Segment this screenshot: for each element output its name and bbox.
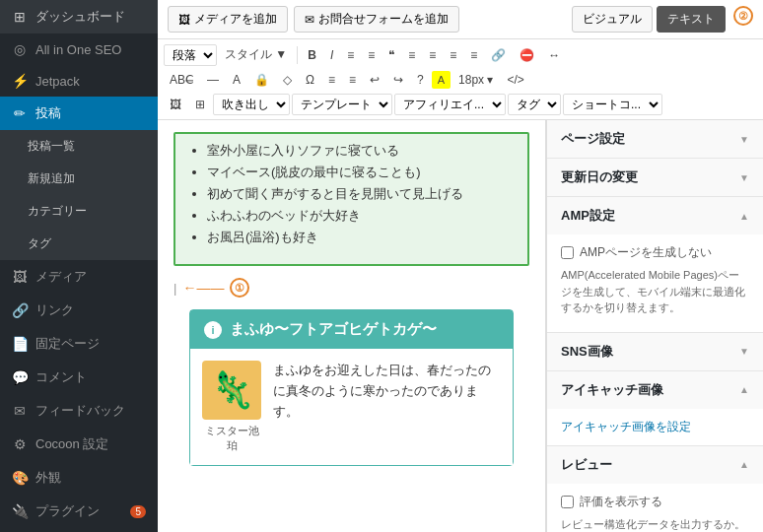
editor-list: 室外小屋に入りソファに寝ている マイベース(脱皮の最中に寝ることも) 初めて聞く… bbox=[207, 142, 516, 246]
undo-button[interactable]: ↩ bbox=[364, 70, 385, 90]
sidebar-item-label: 外観 bbox=[35, 469, 61, 487]
align-left-button[interactable]: ≡ bbox=[341, 45, 360, 65]
sidebar-item-posts-list[interactable]: 投稿一覧 bbox=[0, 130, 158, 163]
sidebar-item-label: Cocoon 設定 bbox=[35, 435, 108, 453]
highlight-button[interactable]: A bbox=[432, 71, 451, 89]
style-button[interactable]: スタイル ▼ bbox=[219, 43, 293, 66]
fullscreen-button[interactable]: ↔ bbox=[542, 45, 566, 65]
sidebar-item-label: ダッシュボード bbox=[35, 8, 125, 26]
sidebar-item-allinoneseo[interactable]: ◎ All in One SEO bbox=[0, 33, 158, 65]
sidebar-item-dashboard[interactable]: ⊞ ダッシュボード bbox=[0, 0, 158, 33]
amp-checkbox-label: AMPページを生成しない bbox=[580, 244, 712, 261]
table-button[interactable]: ⊞ bbox=[189, 95, 211, 114]
format-select[interactable]: 段落 bbox=[164, 44, 217, 66]
format2-select[interactable]: 吹き出し bbox=[213, 94, 290, 115]
source-button[interactable]: </> bbox=[501, 70, 529, 90]
strikethrough-button[interactable]: ABC̶ bbox=[164, 70, 199, 90]
sidebar-item-plugins[interactable]: 🔌 プラグイン 5 bbox=[0, 495, 158, 528]
template-select[interactable]: テンプレート bbox=[292, 94, 392, 115]
quote-button[interactable]: ❝ bbox=[382, 45, 400, 65]
page-settings-header[interactable]: ページ設定 ▼ bbox=[547, 120, 763, 158]
chevron-up-icon: ▲ bbox=[739, 211, 749, 222]
help-button[interactable]: ? bbox=[411, 70, 430, 90]
indent-button[interactable]: ≡ bbox=[444, 45, 462, 65]
affiliate-select[interactable]: アフィリエイ... bbox=[394, 94, 506, 115]
shortcode-select[interactable]: ショートコ... bbox=[563, 94, 662, 115]
tag-select[interactable]: タグ bbox=[508, 94, 561, 115]
align-center-button[interactable]: ≡ bbox=[362, 45, 381, 65]
sidebar-item-jetpack[interactable]: ⚡ Jetpack bbox=[0, 65, 158, 97]
hr-button[interactable]: — bbox=[201, 70, 225, 90]
sidebar-item-tags[interactable]: タグ bbox=[0, 228, 158, 260]
outdent-button[interactable]: ≡ bbox=[464, 45, 483, 65]
sidebar-item-users[interactable]: 👤 ユーザー bbox=[0, 528, 158, 532]
sidebar-item-links[interactable]: 🔗 リンク bbox=[0, 294, 158, 327]
review-desc: レビュー構造化データを出力するか。 設置ページ bbox=[561, 516, 749, 533]
editor-area[interactable]: 室外小屋に入りソファに寝ている マイベース(脱皮の最中に寝ることも) 初めて聞く… bbox=[158, 120, 546, 532]
review-section: レビュー ▲ 評価を表示する レビュー構造化データを出力するか。 設置ページ レ… bbox=[547, 446, 763, 533]
redo-button[interactable]: ↪ bbox=[387, 70, 409, 90]
bold-button[interactable]: B bbox=[302, 45, 322, 65]
review-header[interactable]: レビュー ▲ bbox=[547, 446, 763, 484]
sidebar-item-cocoon[interactable]: ⚙ Cocoon 設定 bbox=[0, 428, 158, 461]
cocoon-icon: ⚙ bbox=[12, 436, 28, 452]
page-settings-section: ページ設定 ▼ bbox=[547, 120, 763, 159]
outdent2-button[interactable]: ≡ bbox=[343, 70, 362, 90]
sidebar-item-comments[interactable]: 💬 コメント bbox=[0, 361, 158, 394]
sidebar-item-posts-new[interactable]: 新規追加 bbox=[0, 163, 158, 195]
sidebar-item-label: All in One SEO bbox=[35, 42, 121, 57]
toolbar-top: 🖼 メディアを追加 ✉ お問合せフォームを追加 ビジュアル テキスト ② bbox=[158, 0, 763, 39]
avatar-emoji: 🦎 bbox=[210, 369, 254, 411]
omega-button[interactable]: Ω bbox=[300, 70, 320, 90]
editor-highlight-block: 室外小屋に入りソファに寝ている マイベース(脱皮の最中に寝ることも) 初めて聞く… bbox=[173, 132, 529, 266]
eyecatch-section: アイキャッチ画像 ▲ アイキャッチ画像を設定 bbox=[547, 371, 763, 446]
add-media-button[interactable]: 🖼 メディアを追加 bbox=[168, 6, 288, 33]
shape-button[interactable]: ◇ bbox=[277, 70, 298, 90]
update-date-header[interactable]: 更新日の変更 ▼ bbox=[547, 159, 763, 196]
add-form-button[interactable]: ✉ お問合せフォームを追加 bbox=[294, 6, 459, 33]
media-icon: 🖼 bbox=[12, 269, 28, 285]
font-color-button[interactable]: A bbox=[227, 70, 246, 90]
indent2-button[interactable]: ≡ bbox=[322, 70, 341, 90]
sidebar-item-categories[interactable]: カテゴリー bbox=[0, 195, 158, 228]
img-button[interactable]: 🖼 bbox=[164, 95, 187, 114]
cursor-indicator: | bbox=[173, 281, 176, 296]
ul-button[interactable]: ≡ bbox=[402, 45, 421, 65]
chevron-up-icon-3: ▲ bbox=[739, 459, 749, 470]
chevron-down-icon: ▼ bbox=[739, 134, 749, 145]
amp-settings-body: AMPページを生成しない AMP(Accelerated Mobile Page… bbox=[547, 234, 763, 332]
review-checkbox[interactable] bbox=[561, 496, 574, 508]
amp-settings-section: AMP設定 ▲ AMPページを生成しない AMP(Accelerated Mob… bbox=[547, 197, 763, 333]
sidebar-item-feedback[interactable]: ✉ フィードバック bbox=[0, 394, 158, 428]
link-button[interactable]: 🔗 bbox=[485, 45, 512, 65]
chevron-down-icon-3: ▼ bbox=[739, 346, 749, 357]
visual-tab[interactable]: ビジュアル bbox=[572, 6, 653, 33]
sns-image-header[interactable]: SNS画像 ▼ bbox=[547, 333, 763, 370]
content-area: 室外小屋に入りソファに寝ている マイベース(脱皮の最中に寝ることも) 初めて聞く… bbox=[158, 120, 763, 532]
lock-button[interactable]: 🔒 bbox=[248, 70, 275, 90]
unlink-button[interactable]: ⛔ bbox=[514, 45, 540, 65]
review-checkbox-row: 評価を表示する bbox=[561, 494, 749, 510]
eyecatch-header[interactable]: アイキャッチ画像 ▲ bbox=[547, 371, 763, 409]
fontsize-select[interactable]: 18px ▾ bbox=[452, 70, 499, 90]
sidebar-item-appearance[interactable]: 🎨 外観 bbox=[0, 461, 158, 495]
italic-button[interactable]: I bbox=[324, 45, 339, 65]
amp-settings-header[interactable]: AMP設定 ▲ bbox=[547, 197, 763, 234]
sidebar: ⊞ ダッシュボード ◎ All in One SEO ⚡ Jetpack ✏ 投… bbox=[0, 0, 158, 532]
sidebar-item-media[interactable]: 🖼 メディア bbox=[0, 260, 158, 294]
toolbar-row-3: 🖼 ⊞ 吹き出し テンプレート アフィリエイ... タグ ショートコ... bbox=[164, 94, 757, 115]
sidebar-item-label: 固定ページ bbox=[35, 335, 100, 353]
eyecatch-link[interactable]: アイキャッチ画像を設定 bbox=[561, 420, 691, 433]
cursor-arrow: ←—— bbox=[182, 280, 224, 296]
sns-image-section: SNS画像 ▼ bbox=[547, 333, 763, 371]
ol-button[interactable]: ≡ bbox=[423, 45, 442, 65]
text-tab[interactable]: テキスト bbox=[657, 6, 726, 33]
amp-checkbox[interactable] bbox=[561, 246, 574, 259]
sidebar-item-posts[interactable]: ✏ 投稿 bbox=[0, 97, 158, 130]
sidebar-item-label: リンク bbox=[35, 301, 74, 319]
right-panel: ページ設定 ▼ 更新日の変更 ▼ AMP設定 ▲ AMPページを bbox=[546, 120, 763, 532]
sidebar-item-label: 投稿一覧 bbox=[28, 138, 75, 155]
sidebar-item-pages[interactable]: 📄 固定ページ bbox=[0, 327, 158, 361]
amp-checkbox-row: AMPページを生成しない bbox=[561, 244, 749, 261]
sidebar-item-label: メディア bbox=[35, 268, 87, 286]
